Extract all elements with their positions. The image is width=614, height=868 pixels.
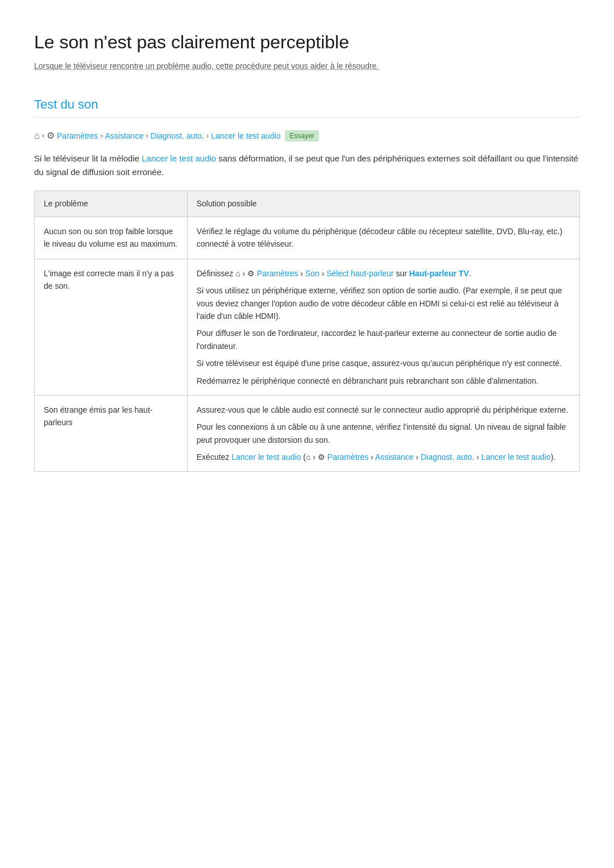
breadcrumb-parametres[interactable]: Paramètres: [57, 130, 98, 142]
home-icon-2: ⌂: [235, 269, 240, 278]
gear-icon-3: ⚙: [318, 452, 325, 462]
col-problem-header: Le problème: [35, 191, 187, 217]
solution-2-para-3: Pour diffuser le son de l'ordinateur, ra…: [197, 327, 570, 352]
intro-before: Si le téléviseur lit la mélodie: [34, 153, 142, 163]
breadcrumb-sep-1: ›: [42, 130, 44, 142]
table-row: Son étrange émis par les haut-parleurs A…: [35, 395, 579, 471]
link-select-haut-parleur[interactable]: Sélect haut-parleur: [326, 269, 393, 278]
problem-1: Aucun son ou son trop faible lorsque le …: [35, 217, 187, 259]
breadcrumb-sep-2: ›: [100, 130, 102, 142]
breadcrumb-sep-4: ›: [206, 130, 209, 142]
solution-2-para-2: Si vous utilisez un périphérique externe…: [197, 284, 570, 322]
breadcrumb-assistance[interactable]: Assistance: [105, 130, 144, 142]
breadcrumb-lancer-test[interactable]: Lancer le test audio: [211, 130, 280, 142]
solution-3-para-1: Assurez-vous que le câble audio est conn…: [197, 404, 570, 416]
link-son[interactable]: Son: [305, 269, 320, 278]
table-row: Aucun son ou son trop faible lorsque le …: [35, 217, 579, 259]
gear-icon: ⚙: [47, 129, 55, 143]
link-parametres-3[interactable]: Paramètres: [327, 452, 368, 462]
link-assistance-3[interactable]: Assistance: [375, 452, 414, 462]
solution-1-para-1: Vérifiez le réglage du volume du périphé…: [197, 225, 570, 251]
link-haut-parleur-tv[interactable]: Haut-parleur TV: [409, 269, 469, 278]
table-row: L'image est correcte mais il n'y a pas d…: [35, 259, 579, 395]
problem-3: Son étrange émis par les haut-parleurs: [35, 395, 187, 471]
solution-table: Le problème Solution possible Aucun son …: [35, 191, 579, 471]
breadcrumb: ⌂ › ⚙ Paramètres › Assistance › Diagnost…: [34, 129, 580, 143]
gear-icon-2: ⚙: [247, 269, 255, 278]
section-title: Test du son: [34, 95, 580, 118]
problem-2: L'image est correcte mais il n'y a pas d…: [35, 259, 187, 395]
solution-3-para-3: Exécutez Lancer le test audio (⌂ › ⚙ Par…: [197, 451, 570, 463]
solution-2: Définissez ⌂ › ⚙ Paramètres › Son › Séle…: [187, 259, 579, 395]
solution-3: Assurez-vous que le câble audio est conn…: [187, 395, 579, 471]
link-parametres-2[interactable]: Paramètres: [257, 269, 298, 278]
solution-table-container: Le problème Solution possible Aucun son …: [34, 190, 580, 472]
table-header-row: Le problème Solution possible: [35, 191, 579, 217]
breadcrumb-diagnost[interactable]: Diagnost. auto.: [151, 130, 204, 142]
col-solution-header: Solution possible: [187, 191, 579, 217]
breadcrumb-sep-3: ›: [146, 130, 148, 142]
solution-1: Vérifiez le réglage du volume du périphé…: [187, 217, 579, 259]
link-diagnost-3[interactable]: Diagnost. auto.: [421, 452, 474, 462]
page-subtitle: Lorsque le téléviseur rencontre un probl…: [34, 60, 580, 72]
link-lancer-test-audio-3[interactable]: Lancer le test audio: [231, 452, 301, 462]
home-icon[interactable]: ⌂: [34, 129, 40, 143]
intro-link[interactable]: Lancer le test audio: [142, 153, 216, 163]
page-title: Le son n'est pas clairement perceptible: [34, 28, 580, 56]
solution-2-para-5: Redémarrez le périphérique connecté en d…: [197, 375, 570, 387]
solution-2-para-4: Si votre téléviseur est équipé d'une pri…: [197, 357, 570, 369]
solution-2-para-1: Définissez ⌂ › ⚙ Paramètres › Son › Séle…: [197, 267, 570, 280]
home-icon-3: ⌂: [306, 452, 310, 462]
solution-3-para-2: Pour les connexions à un câble ou à une …: [197, 421, 570, 446]
link-lancer-3[interactable]: Lancer le test audio: [482, 452, 551, 462]
try-badge[interactable]: Essayer: [285, 130, 318, 142]
intro-text: Si le téléviseur lit la mélodie Lancer l…: [34, 152, 580, 179]
